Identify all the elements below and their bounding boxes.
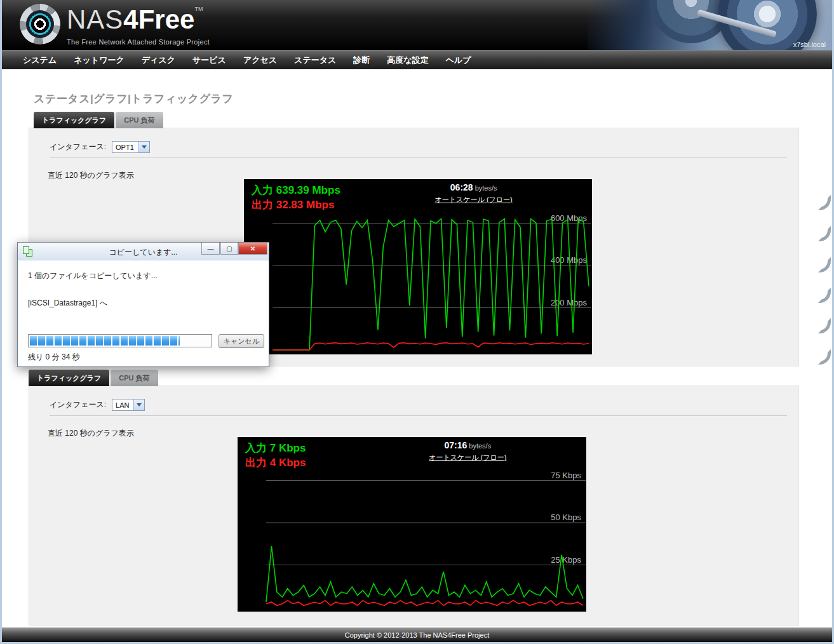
copy-destination: [iSCSI_Datastrage1] へ bbox=[28, 298, 107, 309]
app-header: NAS4FreeTM The Free Network Attached Sto… bbox=[2, 0, 832, 50]
time-remaining: 残り 0 分 34 秒 bbox=[28, 352, 80, 363]
tab-cpu-load[interactable]: CPU 負荷 bbox=[111, 370, 158, 386]
graph-legend: 入力 7 Kbps 出力 4 Kbps bbox=[245, 441, 306, 471]
interface-row: インタフェース: LAN bbox=[50, 399, 145, 411]
hostname-label: x7sbl.local bbox=[793, 41, 826, 48]
graph-legend: 入力 639.39 Mbps 出力 32.83 Mbps bbox=[252, 184, 340, 213]
in-label: 入力 bbox=[252, 184, 273, 196]
nav-item-advanced[interactable]: 高度な設定 bbox=[387, 55, 428, 66]
nas4free-logo-icon bbox=[20, 4, 60, 44]
out-label: 出力 bbox=[252, 199, 273, 211]
edge-artifact-icon bbox=[818, 349, 831, 365]
tabstrip-traffic-2: トラフィックグラフ CPU 負荷 bbox=[29, 370, 158, 386]
traffic-graph-lan: 75 Kbps50 Kbps25 Kbps 入力 7 Kbps 出力 4 Kbp… bbox=[238, 437, 586, 612]
interface-select[interactable]: LAN bbox=[112, 399, 145, 411]
graph-unit: bytes/s bbox=[469, 442, 491, 450]
out-value: 4 Kbps bbox=[270, 457, 306, 469]
tab-cpu-load[interactable]: CPU 負荷 bbox=[116, 112, 163, 128]
dialog-titlebar[interactable]: コピーしています... — ▢ ✕ bbox=[18, 243, 269, 260]
out-value: 32.83 Mbps bbox=[276, 199, 335, 211]
nav-item-services[interactable]: サービス bbox=[192, 55, 226, 66]
graph-caption: 直近 120 秒のグラフ表示 bbox=[48, 428, 134, 439]
edge-artifact-icon bbox=[818, 288, 831, 303]
divider bbox=[50, 415, 787, 416]
copy-message: 1 個のファイルをコピーしています... bbox=[28, 271, 158, 281]
copy-progress-bar bbox=[28, 334, 212, 347]
nav-item-disks[interactable]: ディスク bbox=[142, 55, 175, 66]
cancel-button[interactable]: キャンセル bbox=[219, 334, 264, 348]
minimize-icon[interactable]: — bbox=[201, 243, 220, 255]
close-icon[interactable]: ✕ bbox=[238, 243, 267, 255]
divider bbox=[50, 158, 787, 158]
edge-artifact-icon bbox=[818, 257, 831, 272]
edge-artifact-icon bbox=[818, 226, 831, 241]
brand-prefix: NAS bbox=[67, 4, 123, 34]
tab-traffic-graph[interactable]: トラフィックグラフ bbox=[34, 112, 114, 128]
nav-item-help[interactable]: ヘルプ bbox=[446, 55, 471, 66]
interface-select-value: LAN bbox=[116, 401, 129, 409]
nav-item-access[interactable]: アクセス bbox=[243, 55, 277, 66]
tabstrip-traffic-1: トラフィックグラフ CPU 負荷 bbox=[34, 112, 163, 128]
edge-artifact-icon bbox=[818, 318, 831, 333]
autoscale-link[interactable]: オートスケール (フロー) bbox=[429, 453, 506, 462]
tab-traffic-graph[interactable]: トラフィックグラフ bbox=[29, 370, 109, 386]
graph-unit: bytes/s bbox=[475, 184, 497, 192]
chevron-down-icon[interactable] bbox=[138, 142, 149, 152]
copy-dialog: コピーしています... — ▢ ✕ 1 個のファイルをコピーしています... [… bbox=[17, 242, 269, 367]
window-edge-artifacts bbox=[813, 195, 832, 373]
trademark-label: TM bbox=[194, 6, 203, 12]
interface-select[interactable]: OPT1 bbox=[112, 141, 150, 153]
nav-item-system[interactable]: システム bbox=[23, 55, 57, 66]
copyright-text: Copyright © 2012-2013 The NAS4Free Proje… bbox=[345, 631, 489, 639]
in-value: 7 Kbps bbox=[270, 442, 306, 454]
breadcrumb: ステータス|グラフ|トラフィックグラフ bbox=[34, 91, 233, 106]
brand: NAS4FreeTM The Free Network Attached Sto… bbox=[20, 4, 210, 46]
nav-item-network[interactable]: ネットワーク bbox=[74, 55, 124, 66]
out-label: 出力 bbox=[245, 457, 267, 469]
edge-artifact-icon bbox=[818, 195, 831, 210]
page-frame: NAS4FreeTM The Free Network Attached Sto… bbox=[0, 0, 834, 644]
brand-text: NAS4FreeTM The Free Network Attached Sto… bbox=[67, 4, 210, 46]
graph-header: 06:28bytes/s オートスケール (フロー) bbox=[397, 182, 550, 205]
chevron-down-icon[interactable] bbox=[133, 399, 144, 410]
svg-text:600 Mbps: 600 Mbps bbox=[551, 213, 588, 223]
interface-select-value: OPT1 bbox=[116, 144, 134, 151]
main-nav: システム ネットワーク ディスク サービス アクセス ステータス 診断 高度な設… bbox=[2, 50, 832, 69]
svg-text:400 Mbps: 400 Mbps bbox=[551, 255, 588, 265]
in-value: 639.39 Mbps bbox=[276, 184, 340, 196]
svg-text:25 Kbps: 25 Kbps bbox=[551, 555, 581, 565]
interface-label: インタフェース: bbox=[50, 399, 106, 410]
progress-fill bbox=[30, 336, 180, 345]
brand-tagline: The Free Network Attached Storage Projec… bbox=[67, 38, 210, 46]
maximize-icon[interactable]: ▢ bbox=[220, 243, 238, 255]
graph-time: 06:28 bbox=[450, 182, 473, 192]
graph-header: 07:16bytes/s オートスケール (フロー) bbox=[391, 439, 545, 462]
nav-item-status[interactable]: ステータス bbox=[294, 55, 336, 66]
interface-row: インタフェース: OPT1 bbox=[50, 141, 150, 153]
page: NAS4FreeTM The Free Network Attached Sto… bbox=[2, 0, 832, 642]
footer: Copyright © 2012-2013 The NAS4Free Proje… bbox=[2, 627, 832, 642]
graph-time: 07:16 bbox=[444, 440, 467, 450]
traffic-graph-opt1: 600 Mbps400 Mbps200 Mbps 入力 639.39 Mbps … bbox=[244, 179, 592, 354]
svg-text:75 Kbps: 75 Kbps bbox=[551, 471, 581, 480]
brand-suffix: 4Free bbox=[123, 4, 194, 34]
traffic-panel-lan: インタフェース: LAN 直近 120 秒のグラフ表示 75 Kbps50 Kb… bbox=[29, 386, 799, 626]
svg-text:50 Kbps: 50 Kbps bbox=[551, 513, 581, 522]
nav-item-diagnostics[interactable]: 診断 bbox=[353, 55, 370, 66]
graph-caption: 直近 120 秒のグラフ表示 bbox=[48, 170, 134, 181]
in-label: 入力 bbox=[245, 442, 267, 454]
autoscale-link[interactable]: オートスケール (フロー) bbox=[435, 195, 513, 205]
interface-label: インタフェース: bbox=[50, 142, 106, 152]
